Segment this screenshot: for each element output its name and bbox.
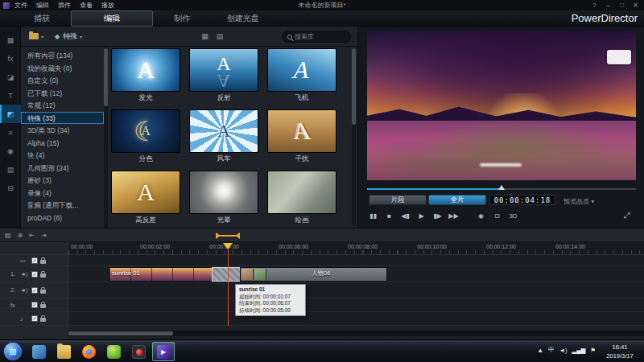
range-marker[interactable] <box>216 232 240 239</box>
chapter-room-icon[interactable]: ▤ <box>0 160 21 179</box>
clip-sunrise[interactable]: sunrise 01 <box>109 267 213 282</box>
maximize-button[interactable]: □ <box>615 0 629 10</box>
track-2-lane[interactable] <box>68 282 644 298</box>
transition-thumbnail[interactable]: A <box>189 109 258 153</box>
tab-edit[interactable]: 编辑 <box>71 10 153 27</box>
audio-mixing-room-icon[interactable]: ≡ <box>0 123 21 142</box>
category-item[interactable]: 磨砂 (3) <box>21 174 104 187</box>
track-manager-icon[interactable]: ▤ <box>5 232 11 239</box>
playhead-line[interactable] <box>228 249 229 326</box>
movie-mode-button[interactable]: 全片 <box>428 195 486 205</box>
clip-mode-button[interactable]: 片段 <box>369 195 427 205</box>
grid-view-icon[interactable]: ▦ <box>201 32 208 40</box>
tab-produce[interactable]: 制作 <box>158 11 206 26</box>
transition-thumbnail[interactable] <box>189 171 258 214</box>
title-room-icon[interactable]: T <box>0 86 21 105</box>
range-marker-right-icon[interactable] <box>235 232 240 239</box>
step-back-button[interactable]: ◀▮ <box>399 210 411 221</box>
menubar-menu-0[interactable]: 文件 <box>14 1 27 10</box>
menubar-menu-3[interactable]: 查看 <box>80 1 93 10</box>
track-lock-icon[interactable] <box>40 274 46 278</box>
category-scrollbar-thumb[interactable] <box>104 48 108 106</box>
rail-start-icon[interactable]: ⇤ <box>29 232 35 239</box>
tab-create-disc[interactable]: 创建光盘 <box>211 11 275 26</box>
rail-end-icon[interactable]: ⇥ <box>41 232 47 239</box>
stop-button[interactable]: ■ <box>383 210 395 221</box>
category-item[interactable]: 几何图形 (24) <box>21 162 104 175</box>
menubar-menu-4[interactable]: 播放 <box>101 1 114 10</box>
seek-handle[interactable] <box>498 185 505 190</box>
ime-indicator-icon[interactable]: 中 <box>548 346 555 354</box>
category-item[interactable]: 自定义 (0) <box>21 74 104 87</box>
minimize-button[interactable]: – <box>601 0 615 10</box>
transition-thumbnail[interactable] <box>267 171 336 214</box>
track-enable-checkbox[interactable]: ✓ <box>31 287 38 294</box>
track-enable-checkbox[interactable]: ✓ <box>31 302 38 308</box>
transition-item[interactable]: A风车 <box>189 109 262 164</box>
list-view-icon[interactable]: ▤ <box>217 32 224 40</box>
preview-quality-dropdown[interactable]: 预览品质 ▾ <box>564 197 594 206</box>
playhead-marker[interactable] <box>223 243 233 249</box>
video-track-top-lane[interactable] <box>68 255 644 266</box>
track-enable-checkbox[interactable]: ✓ <box>31 315 38 322</box>
network-icon[interactable]: ▂▄▆ <box>572 347 585 354</box>
voice-over-room-icon[interactable]: ◉ <box>0 142 21 160</box>
music-track-header[interactable]: ♪✓ <box>0 312 68 326</box>
pip-room-icon[interactable]: ◪ <box>0 68 21 86</box>
transition-item[interactable]: 绘画 <box>267 171 340 225</box>
track-lock-icon[interactable] <box>40 304 46 308</box>
transition-thumbnail[interactable]: A <box>111 48 180 92</box>
preview-seekbar[interactable] <box>367 185 636 192</box>
transition-item[interactable]: A发光 <box>111 48 184 103</box>
subtitle-room-icon[interactable]: ⊟ <box>0 179 21 197</box>
track-lock-icon[interactable] <box>40 318 46 322</box>
action-center-icon[interactable]: ⚑ <box>590 347 596 354</box>
transition-item[interactable]: ☾A分色 <box>111 109 184 164</box>
start-button[interactable]: ⊞ <box>4 343 22 360</box>
effect-track-lane[interactable] <box>68 298 644 312</box>
category-item[interactable]: Alpha (15) <box>21 137 104 150</box>
tab-capture[interactable]: 捕获 <box>18 11 66 26</box>
library-search-input[interactable]: 搜索库 <box>282 31 351 43</box>
import-caret-icon[interactable]: ▾ <box>41 34 43 39</box>
effect-track-header[interactable]: fx✓ <box>0 298 68 312</box>
transition-thumbnail[interactable]: A <box>267 109 336 153</box>
photo-viewer-taskbar-button[interactable] <box>27 342 50 361</box>
snapshot-button[interactable]: ◉ <box>475 210 487 221</box>
timeline-hscrollbar[interactable] <box>68 331 644 336</box>
android-tool-taskbar-button[interactable] <box>102 342 125 361</box>
track-enable-checkbox[interactable]: ✓ <box>31 271 38 278</box>
effect-room-icon[interactable]: fx <box>0 49 21 68</box>
category-scrollbar[interactable] <box>104 47 108 228</box>
transition-item[interactable]: A高反差 <box>111 171 184 225</box>
timeline-hscrollbar-thumb[interactable] <box>68 331 173 335</box>
volume-icon[interactable]: ◄) <box>559 347 567 354</box>
transition-room-icon[interactable]: ◩ <box>0 105 21 123</box>
import-media-icon[interactable] <box>29 33 39 39</box>
play-button[interactable]: ▶ <box>415 210 427 221</box>
menubar-menu-2[interactable]: 插件 <box>58 1 71 10</box>
pause-button[interactable]: ▮▮ <box>367 210 379 221</box>
track-lock-icon[interactable] <box>40 290 46 294</box>
filter-caret-icon[interactable]: ▾ <box>80 34 82 39</box>
category-item[interactable]: proDAD (6) <box>21 212 104 224</box>
grid-scrollbar[interactable] <box>352 48 356 226</box>
transition-item[interactable]: A飞机 <box>267 48 340 103</box>
track-2-header[interactable]: 2.◄)✓ <box>0 282 68 298</box>
category-item[interactable]: 特殊 (33) <box>21 112 104 125</box>
snap-icon[interactable]: ⊕ <box>18 232 23 239</box>
file-explorer-taskbar-button[interactable] <box>52 342 75 361</box>
transition-thumbnail[interactable]: AA <box>189 48 258 92</box>
clip-people[interactable]: 人物06 <box>240 267 387 282</box>
category-filter-label[interactable]: 特殊 <box>63 31 77 42</box>
category-item[interactable]: 音频 (通用下载... <box>21 199 104 212</box>
close-button[interactable]: ✕ <box>629 0 642 10</box>
menubar-menu-1[interactable]: 编辑 <box>36 1 49 10</box>
timeline-ruler[interactable]: 00:00:0000:00:02:0000:00:04:0000:00:06:0… <box>0 242 644 255</box>
media-room-icon[interactable]: ▦ <box>0 31 21 49</box>
category-item[interactable]: 3D/类 3D (34) <box>21 124 104 137</box>
track-lock-icon[interactable] <box>40 260 46 264</box>
transition-thumbnail[interactable]: A <box>111 171 180 214</box>
music-track-lane[interactable] <box>68 312 644 326</box>
category-item[interactable]: 块 (4) <box>21 149 104 162</box>
